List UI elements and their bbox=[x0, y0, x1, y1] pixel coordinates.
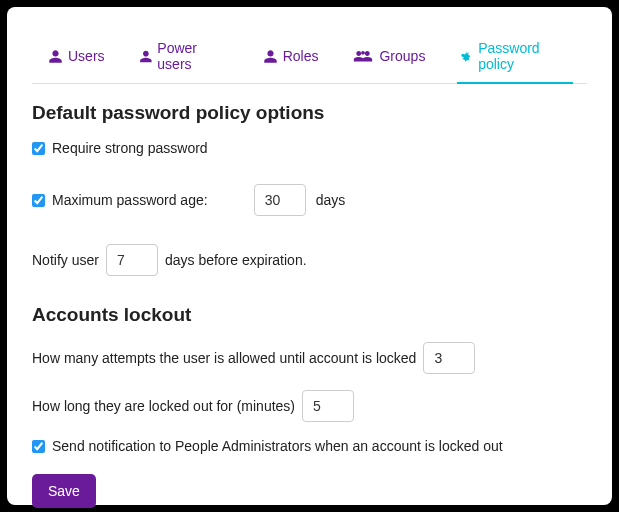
notify-suffix: days before expiration. bbox=[165, 252, 307, 268]
tab-label: Groups bbox=[379, 48, 425, 64]
tab-bar: Users Power users Roles Groups Password … bbox=[32, 32, 587, 84]
require-strong-label: Require strong password bbox=[52, 140, 208, 156]
send-notification-label: Send notification to People Administrato… bbox=[52, 438, 503, 454]
tab-groups[interactable]: Groups bbox=[350, 32, 427, 84]
tab-label: Password policy bbox=[478, 40, 571, 72]
require-strong-checkbox[interactable] bbox=[32, 142, 45, 155]
tab-label: Users bbox=[68, 48, 105, 64]
max-age-row: Maximum password age: days bbox=[32, 184, 587, 216]
attempts-row: How many attempts the user is allowed un… bbox=[32, 342, 587, 374]
content-area: Default password policy options Require … bbox=[32, 84, 587, 508]
max-age-checkbox[interactable] bbox=[32, 194, 45, 207]
person-icon bbox=[139, 49, 153, 64]
attempts-label: How many attempts the user is allowed un… bbox=[32, 350, 416, 366]
tab-roles[interactable]: Roles bbox=[261, 32, 321, 84]
tab-label: Roles bbox=[283, 48, 319, 64]
require-strong-row: Require strong password bbox=[32, 140, 587, 156]
tab-password-policy[interactable]: Password policy bbox=[457, 32, 573, 84]
notify-days-input[interactable] bbox=[106, 244, 158, 276]
notify-prefix: Notify user bbox=[32, 252, 99, 268]
tab-power-users[interactable]: Power users bbox=[137, 32, 231, 84]
send-notification-row: Send notification to People Administrato… bbox=[32, 438, 587, 454]
lockout-duration-input[interactable] bbox=[302, 390, 354, 422]
people-icon bbox=[352, 49, 374, 64]
section-title-accounts-lockout: Accounts lockout bbox=[32, 304, 587, 326]
attempts-input[interactable] bbox=[423, 342, 475, 374]
tab-users[interactable]: Users bbox=[46, 32, 107, 84]
person-icon bbox=[263, 49, 278, 64]
save-button[interactable]: Save bbox=[32, 474, 96, 508]
send-notification-checkbox[interactable] bbox=[32, 440, 45, 453]
key-icon bbox=[459, 49, 473, 64]
settings-panel: Users Power users Roles Groups Password … bbox=[7, 7, 612, 505]
lockout-duration-row: How long they are locked out for (minute… bbox=[32, 390, 587, 422]
lockout-duration-label: How long they are locked out for (minute… bbox=[32, 398, 295, 414]
notify-row: Notify user days before expiration. bbox=[32, 244, 587, 276]
tab-label: Power users bbox=[157, 40, 228, 72]
max-age-input[interactable] bbox=[254, 184, 306, 216]
max-age-label: Maximum password age: bbox=[52, 192, 208, 208]
section-title-default-options: Default password policy options bbox=[32, 102, 587, 124]
max-age-unit: days bbox=[316, 192, 346, 208]
person-icon bbox=[48, 49, 63, 64]
